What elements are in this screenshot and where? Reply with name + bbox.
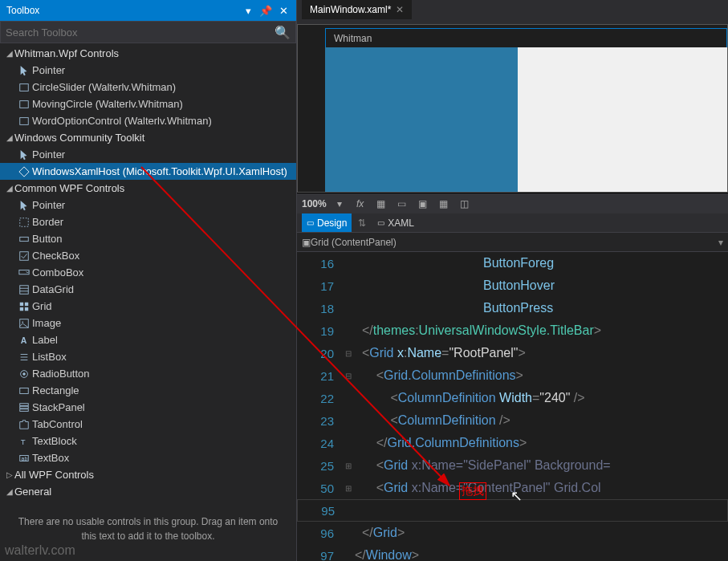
toolbox-item[interactable]: Grid bbox=[0, 298, 296, 315]
toolbox-item-label: ComboBox bbox=[32, 266, 83, 278]
svg-text:ab: ab bbox=[22, 455, 28, 461]
search-icon[interactable]: 🔍 bbox=[275, 25, 291, 40]
toolbox-item-label: DataGrid bbox=[32, 283, 74, 295]
svg-text:T: T bbox=[21, 437, 26, 445]
toolbox-item-label: MovingCircle (Walterlv.Whitman) bbox=[32, 98, 183, 110]
toolbox-item-label: Grid bbox=[32, 300, 52, 312]
svg-rect-3 bbox=[20, 217, 29, 226]
toolbox-category-wct[interactable]: ◢Windows Community Toolkit bbox=[0, 129, 296, 146]
list-icon bbox=[16, 352, 32, 363]
design-tab[interactable]: ▭Design bbox=[302, 213, 352, 232]
toolbox-item[interactable]: Pointer bbox=[0, 62, 296, 79]
design-xaml-tabs: ▭Design ⇅ ▭XAML bbox=[297, 213, 728, 233]
toolbox-item[interactable]: DataGrid bbox=[0, 281, 296, 298]
svg-rect-12 bbox=[20, 307, 23, 310]
pointer-icon bbox=[16, 149, 32, 161]
toolbox-category-common[interactable]: ◢Common WPF Controls bbox=[0, 180, 296, 197]
diamond-icon bbox=[16, 166, 32, 177]
svg-rect-4 bbox=[20, 237, 29, 241]
svg-rect-1 bbox=[20, 100, 29, 108]
toolbox-category-allwpf[interactable]: ▷All WPF Controls bbox=[0, 466, 296, 483]
toolbox-item[interactable]: ALabel bbox=[0, 331, 296, 348]
toolbox-item-label: CircleSlider (Walterlv.Whitman) bbox=[32, 81, 176, 93]
tblock-icon: T bbox=[16, 436, 32, 447]
design-blue-panel bbox=[325, 47, 518, 192]
button-icon bbox=[16, 234, 32, 245]
toolbox-item[interactable]: Pointer bbox=[0, 197, 296, 213]
designer-surface[interactable]: Whitman bbox=[297, 24, 728, 193]
toolbox-item-label: Pointer bbox=[32, 199, 65, 211]
code-editor[interactable]: 16 ButtonForeg 17 ButtonHover 18 ButtonP… bbox=[297, 252, 728, 561]
chevron-down-icon[interactable]: ▾ bbox=[242, 4, 254, 17]
zoom-level[interactable]: 100% bbox=[302, 198, 327, 209]
toolbox-item-label: Pointer bbox=[32, 148, 65, 161]
svg-rect-13 bbox=[25, 307, 28, 310]
radio-icon bbox=[16, 368, 32, 380]
svg-rect-24 bbox=[20, 406, 29, 409]
toolbox-item[interactable]: TTextBlock bbox=[0, 433, 296, 449]
toolbox-search-input[interactable] bbox=[6, 26, 275, 39]
svg-rect-25 bbox=[20, 409, 29, 411]
label-icon: A bbox=[16, 335, 32, 346]
toolbox-item[interactable]: ListBox bbox=[0, 348, 296, 365]
icon-c[interactable]: ◫ bbox=[457, 196, 473, 212]
design-white-panel bbox=[518, 47, 727, 192]
toolbox-item[interactable]: CircleSlider (Walterlv.Whitman) bbox=[0, 79, 296, 96]
toolbox-category-general[interactable]: ◢General bbox=[0, 483, 296, 500]
toolbox-item[interactable]: Image bbox=[0, 315, 296, 331]
toolbox-item[interactable]: WindowsXamlHost (Microsoft.Toolkit.Wpf.U… bbox=[0, 163, 296, 180]
toolbox-category-whitman[interactable]: ◢Whitman.Wpf Controls bbox=[0, 45, 296, 62]
breadcrumb-dropdown-icon[interactable]: ▾ bbox=[718, 237, 723, 248]
toolbox-item-label: Rectangle bbox=[32, 384, 79, 396]
ctrl-icon bbox=[16, 116, 32, 127]
fx-icon[interactable]: fx bbox=[352, 196, 368, 212]
pointer-icon bbox=[16, 65, 32, 76]
svg-rect-11 bbox=[25, 302, 28, 305]
xaml-tab[interactable]: ▭XAML bbox=[372, 213, 419, 232]
designer-toolbar: 100% ▾ fx ▦ ▭ ▣ ▦ ◫ bbox=[297, 193, 728, 213]
toolbox-item[interactable]: TabControl bbox=[0, 416, 296, 433]
editor-breadcrumb[interactable]: ▣ Grid (ContentPanel) ▾ bbox=[297, 233, 728, 252]
close-tab-icon[interactable]: ✕ bbox=[396, 4, 404, 15]
toolbox-title: Toolbox bbox=[6, 5, 242, 16]
toolbox-item-label: StackPanel bbox=[32, 401, 85, 413]
grid4-icon bbox=[16, 301, 32, 312]
toolbox-item[interactable]: StackPanel bbox=[0, 399, 296, 416]
zoom-dropdown-icon[interactable]: ▾ bbox=[331, 196, 348, 212]
ctrl-icon bbox=[16, 99, 32, 110]
toolbox-item[interactable]: Pointer bbox=[0, 146, 296, 163]
toolbox-item-label: TabControl bbox=[32, 418, 83, 430]
toolbox-item[interactable]: abTextBox bbox=[0, 449, 296, 466]
toolbox-item[interactable]: WordOptionControl (Walterlv.Whitman) bbox=[0, 112, 296, 129]
toolbox-item-label: WordOptionControl (Walterlv.Whitman) bbox=[32, 115, 212, 127]
toolbox-item[interactable]: Button bbox=[0, 230, 296, 247]
toolbox-item-label: TextBox bbox=[32, 452, 69, 464]
toolbox-item[interactable]: Rectangle bbox=[0, 382, 296, 399]
toolbox-item[interactable]: CheckBox bbox=[0, 247, 296, 264]
toolbox-item[interactable]: RadioButton bbox=[0, 365, 296, 382]
toolbox-item-label: TextBlock bbox=[32, 435, 77, 447]
design-window-titlebar: Whitman bbox=[325, 28, 727, 47]
close-icon[interactable]: ✕ bbox=[277, 4, 290, 17]
tbox-icon: ab bbox=[16, 453, 32, 464]
svg-rect-23 bbox=[20, 403, 29, 405]
pin-icon[interactable]: 📌 bbox=[259, 4, 272, 17]
toolbox-item[interactable]: MovingCircle (Walterlv.Whitman) bbox=[0, 96, 296, 112]
toolbox-item[interactable]: ComboBox bbox=[0, 264, 296, 281]
toolbox-item-label: Label bbox=[32, 334, 58, 346]
swap-icon[interactable]: ⇅ bbox=[358, 217, 366, 229]
grid-icon[interactable]: ▦ bbox=[373, 196, 389, 212]
watermark: walterlv.com bbox=[5, 543, 75, 558]
snap-icon[interactable]: ▭ bbox=[394, 196, 410, 212]
icon-b[interactable]: ▦ bbox=[436, 196, 452, 212]
svg-rect-6 bbox=[19, 270, 29, 274]
toolbox-search[interactable]: 🔍 bbox=[0, 21, 296, 43]
tab-mainwindow[interactable]: MainWindow.xaml* ✕ bbox=[302, 0, 412, 19]
svg-rect-7 bbox=[20, 285, 29, 294]
svg-point-15 bbox=[22, 321, 23, 323]
toolbox-title-bar: Toolbox ▾ 📌 ✕ bbox=[0, 0, 296, 21]
toolbox-item-label: Pointer bbox=[32, 64, 65, 76]
icon-a[interactable]: ▣ bbox=[415, 196, 431, 212]
border-icon bbox=[16, 217, 32, 228]
toolbox-item[interactable]: Border bbox=[0, 213, 296, 230]
